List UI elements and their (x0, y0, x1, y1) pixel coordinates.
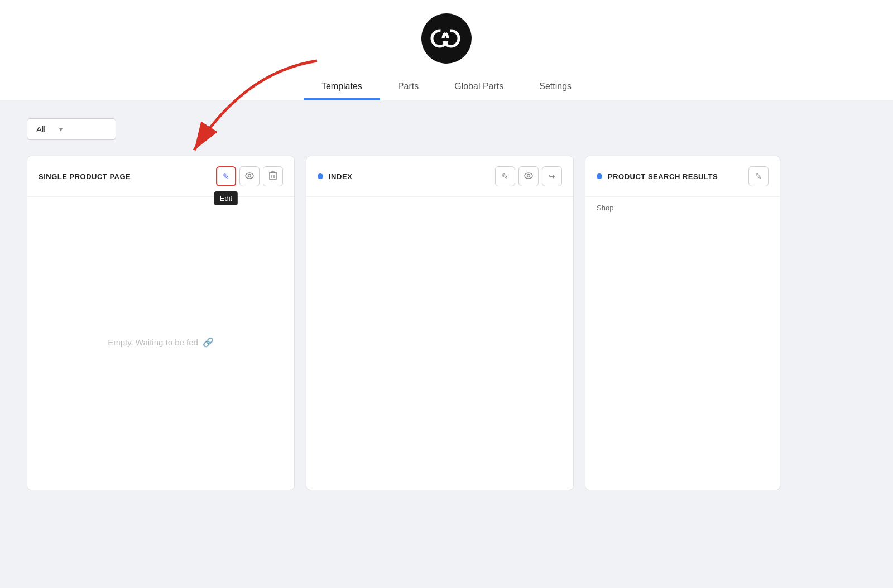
empty-text-single-product: Empty. Waiting to be fed (108, 338, 198, 347)
card-body-product-search (585, 218, 780, 464)
svg-point-1 (443, 31, 459, 46)
feed-icon: 🔗 (203, 337, 214, 348)
card-product-search-results: PRODUCT SEARCH RESULTS ✎ Shop (585, 156, 780, 490)
preview-icon-index (524, 171, 533, 182)
card-actions-single-product: ✎ Edit (216, 166, 283, 186)
delete-icon (269, 171, 277, 182)
empty-state-single-product: Empty. Waiting to be fed 🔗 (108, 337, 214, 348)
card-title-index: INDEX (329, 172, 352, 181)
status-dot-product-search (597, 173, 602, 179)
tab-global-parts[interactable]: Global Parts (436, 75, 521, 100)
svg-rect-5 (270, 173, 276, 180)
preview-icon (245, 171, 254, 182)
edit-tooltip: Edit (214, 191, 238, 205)
tab-parts[interactable]: Parts (380, 75, 436, 100)
card-body-single-product: Empty. Waiting to be fed 🔗 (27, 197, 294, 487)
card-index: INDEX ✎ (306, 156, 574, 490)
tab-templates[interactable]: Templates (304, 75, 380, 100)
edit-button-product-search[interactable]: ✎ (748, 166, 769, 186)
filter-value: All (36, 124, 46, 134)
delete-button-single-product[interactable] (263, 166, 283, 186)
card-header-single-product: SINGLE PRODUCT PAGE ✎ Edit (27, 156, 294, 197)
cards-grid: SINGLE PRODUCT PAGE ✎ Edit (27, 156, 866, 490)
logo-svg (430, 27, 463, 50)
svg-point-3 (246, 173, 253, 179)
status-dot-index (318, 173, 323, 179)
edit-icon-product-search: ✎ (755, 172, 762, 181)
duplicate-button-index[interactable]: ↪ (542, 166, 562, 186)
filter-dropdown[interactable]: All ▾ (27, 118, 116, 140)
cards-area: SINGLE PRODUCT PAGE ✎ Edit (27, 156, 866, 490)
filter-bar: All ▾ (27, 118, 866, 140)
logo-inner (430, 27, 463, 50)
card-actions-product-search: ✎ (748, 166, 769, 186)
logo-circle (421, 13, 472, 64)
logo (421, 13, 472, 64)
product-search-sublabel-area: Shop (585, 197, 780, 218)
app-header: Templates Parts Global Parts Settings (0, 0, 893, 100)
svg-point-9 (525, 173, 532, 179)
card-title-product-search: PRODUCT SEARCH RESULTS (608, 172, 718, 181)
preview-button-single-product[interactable] (239, 166, 260, 186)
card-body-index (306, 197, 573, 487)
card-title-index-wrapper: INDEX (318, 172, 352, 181)
shop-label: Shop (597, 204, 613, 212)
tab-settings[interactable]: Settings (521, 75, 589, 100)
card-title-product-search-wrapper: PRODUCT SEARCH RESULTS (597, 172, 718, 181)
card-title-single-product: SINGLE PRODUCT PAGE (39, 172, 131, 181)
nav-tabs: Templates Parts Global Parts Settings (304, 75, 589, 100)
card-actions-index: ✎ ↪ (495, 166, 562, 186)
edit-button-index[interactable]: ✎ (495, 166, 515, 186)
preview-button-index[interactable] (518, 166, 539, 186)
svg-point-10 (527, 174, 530, 177)
card-header-product-search: PRODUCT SEARCH RESULTS ✎ (585, 156, 780, 197)
edit-icon: ✎ (223, 172, 229, 181)
main-content: All ▾ SINGLE PRODUCT PAGE ✎ (0, 100, 893, 547)
svg-point-4 (248, 174, 251, 177)
duplicate-icon-index: ↪ (549, 172, 555, 181)
card-header-index: INDEX ✎ (306, 156, 573, 197)
edit-icon-index: ✎ (502, 172, 508, 181)
chevron-down-icon: ▾ (59, 126, 63, 133)
card-single-product-page: SINGLE PRODUCT PAGE ✎ Edit (27, 156, 295, 490)
edit-button-single-product[interactable]: ✎ Edit (216, 166, 236, 186)
